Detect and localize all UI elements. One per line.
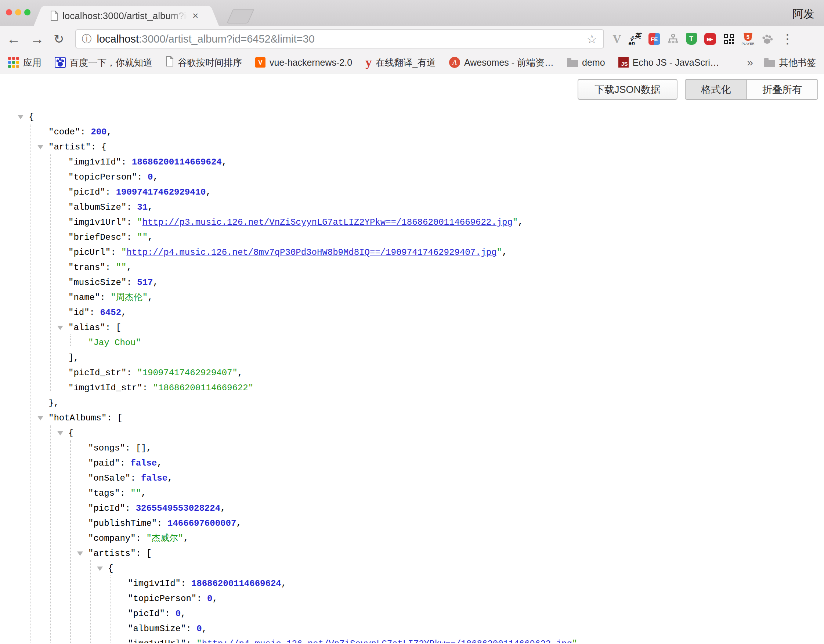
json-value: , [106, 127, 112, 137]
extensions-area: V ⇄ 英 en FE T ▶▶ [613, 32, 774, 46]
json-key: "albumSize" [68, 202, 126, 212]
profile-name[interactable]: 阿发 [792, 7, 815, 22]
reload-icon[interactable]: ↻ [54, 33, 64, 45]
download-json-button[interactable]: 下载JSON数据 [578, 79, 678, 100]
json-key: "img1v1Url" [68, 217, 126, 227]
json-value: 18686200114669624 [191, 579, 281, 589]
collapse-toggle-icon[interactable] [18, 115, 23, 119]
json-value: : [125, 503, 136, 513]
close-window-button[interactable] [6, 9, 12, 15]
collapse-toggle-icon[interactable] [77, 552, 83, 556]
bookmark-star-icon[interactable]: ☆ [586, 33, 597, 45]
json-value: 200 [91, 127, 106, 137]
site-info-icon[interactable]: ⓘ [82, 32, 92, 46]
vue-devtools-icon[interactable]: V [613, 32, 621, 46]
json-url-link[interactable]: http://p4.music.126.net/8mv7qP30Pd3oHW8b… [126, 247, 497, 257]
bookmark-item[interactable]: 应用 [8, 57, 42, 68]
json-value: , [126, 263, 131, 272]
html5-shield-glyph: 5 [744, 33, 752, 41]
json-value: : [120, 458, 131, 468]
bookmarks-list: 应用百度一下，你就知道谷歌按时间排序Vvue-hackernews-2.0y在线… [8, 56, 733, 69]
json-line: "picUrl": "http://p4.music.126.net/8mv7q… [0, 245, 824, 260]
folder-icon [764, 60, 775, 67]
browser-menu-icon[interactable]: ⋮ [781, 32, 794, 46]
json-line: "tags": "", [0, 486, 824, 501]
json-value: , [181, 609, 186, 619]
json-value: : [ [106, 413, 122, 423]
json-value: : [137, 172, 148, 182]
json-value: 3265549553028224 [136, 503, 220, 513]
translate-extension-icon[interactable]: ⇄ 英 en [629, 32, 641, 46]
json-key: "img1v1Id_str" [68, 383, 143, 393]
other-bookmarks-folder[interactable]: 其他书签 [764, 58, 816, 67]
html5-player-extension-icon[interactable]: 5 PLAYER [742, 33, 755, 46]
json-value: , [148, 202, 153, 212]
json-value: false [141, 473, 168, 483]
video-speed-extension-icon[interactable]: ▶▶ [704, 33, 716, 45]
zoom-window-button[interactable] [24, 9, 31, 15]
view-mode-group: 格式化 折叠所有 [685, 79, 818, 100]
json-value: : [100, 293, 111, 303]
translate-en-glyph: en [629, 40, 635, 46]
minimize-window-button[interactable] [15, 9, 21, 15]
json-value: ], [68, 353, 79, 363]
json-url-link[interactable]: http://p4.music.126.net/VnZiScyynLG7atLI… [202, 639, 572, 643]
json-value: , [212, 594, 217, 604]
browser-toolbar: ← → ↻ ⓘ localhost:3000/artist_album?id=6… [0, 26, 824, 52]
tampermonkey-extension-icon[interactable]: T [686, 33, 697, 45]
json-line: "briefDesc": "", [0, 230, 824, 245]
json-url-link[interactable]: http://p3.music.126.net/VnZiScyynLG7atLI… [143, 217, 513, 227]
bookmark-item[interactable]: 谷歌按时间排序 [166, 56, 242, 69]
json-value: 0 [175, 609, 181, 619]
paw-extension-icon[interactable] [762, 34, 773, 45]
bookmark-item[interactable]: 百度一下，你就知道 [55, 57, 152, 68]
fe-extension-icon[interactable]: FE [649, 33, 660, 45]
sitemap-glyph [667, 34, 679, 45]
json-value: 0 [207, 594, 212, 604]
json-value: : [105, 187, 116, 197]
collapse-toggle-icon[interactable] [57, 431, 63, 435]
json-value: { [29, 112, 34, 122]
browser-tab[interactable]: localhost:3000/artist_album?id × [43, 6, 209, 26]
bookmark-item[interactable]: demo [567, 58, 605, 67]
json-line: "picId": 3265549553028224, [0, 501, 824, 516]
json-value: , [206, 187, 211, 197]
tab-close-icon[interactable]: × [192, 11, 198, 21]
address-bar[interactable]: ⓘ localhost:3000/artist_album?id=6452&li… [75, 29, 604, 48]
bookmark-item[interactable]: Vvue-hackernews-2.0 [255, 57, 352, 68]
json-value: , [153, 172, 158, 182]
bookmark-label: 应用 [23, 58, 42, 67]
new-tab-button[interactable] [227, 9, 254, 23]
forward-icon[interactable]: → [30, 32, 44, 46]
json-line: "musicSize": 517, [0, 275, 824, 290]
back-icon[interactable]: ← [7, 32, 21, 46]
json-key: "artist" [48, 142, 91, 152]
json-value: : [181, 579, 191, 589]
apps-grid-cell [16, 65, 19, 68]
paw-glyph [762, 34, 773, 45]
json-line: "paid": false, [0, 456, 824, 471]
collapse-all-button[interactable]: 折叠所有 [747, 80, 817, 99]
other-bookmarks-label: 其他书签 [779, 58, 816, 67]
json-value: : [121, 157, 132, 167]
bookmark-item[interactable]: JSEcho JS - JavaScri… [618, 57, 719, 68]
format-button[interactable]: 格式化 [686, 80, 747, 99]
json-key: "tags" [88, 488, 120, 498]
json-value: : [126, 217, 137, 227]
bookmarks-overflow-icon[interactable]: » [747, 56, 753, 69]
sitemap-extension-icon[interactable] [667, 34, 679, 45]
url-text: localhost:3000/artist_album?id=6452&limi… [97, 33, 586, 45]
json-value: 18686200114669624 [132, 157, 222, 167]
bookmark-item[interactable]: AAwesomes - 前端资… [449, 57, 554, 68]
collapse-toggle-icon[interactable] [37, 416, 43, 420]
collapse-toggle-icon[interactable] [37, 145, 43, 149]
json-line: { [0, 426, 824, 441]
bookmark-item[interactable]: y在线翻译_有道 [365, 57, 436, 67]
json-line: "img1v1Url": "http://p4.music.126.net/Vn… [0, 636, 824, 643]
bookmarks-bar: 应用百度一下，你就知道谷歌按时间排序Vvue-hackernews-2.0y在线… [0, 52, 824, 74]
json-value: 19097417462929410 [116, 187, 206, 197]
collapse-toggle-icon[interactable] [97, 567, 103, 571]
qrcode-extension-icon[interactable] [723, 34, 735, 45]
json-key: "publishTime" [88, 518, 157, 528]
collapse-toggle-icon[interactable] [57, 326, 63, 330]
